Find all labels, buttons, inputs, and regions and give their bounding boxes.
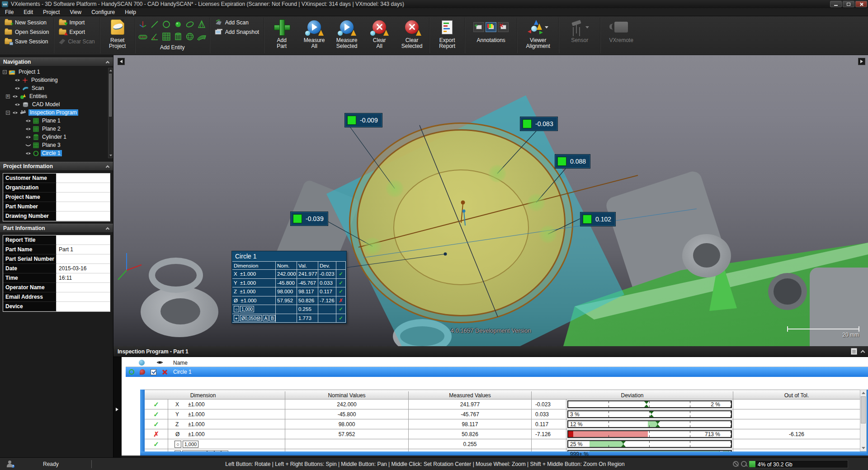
tree-item-circle-1[interactable]: Circle 1 [0, 149, 113, 157]
add-entity-cone-button[interactable] [196, 19, 208, 30]
project-information-header[interactable]: Project Information [0, 162, 113, 171]
tree-item-plane-2[interactable]: Plane 2 [0, 125, 113, 133]
tree-item-plane-3[interactable]: Plane 3 [0, 141, 113, 149]
add-entity-surface-button[interactable] [196, 31, 208, 42]
col-deviation[interactable]: Deviation [532, 391, 733, 399]
clear-all-button[interactable]: Clear All [363, 16, 396, 55]
add-scan-button[interactable]: Add Scan [213, 19, 261, 27]
deviation-annotation[interactable]: 0.088 [555, 154, 590, 169]
delete-entity-icon[interactable] [162, 369, 168, 375]
circle1-overlay-table[interactable]: Circle 1 Dimension Nom. Val. Dev. X ±1.0… [231, 251, 347, 324]
date-field[interactable]: 2015-03-16 [57, 264, 110, 273]
menu-help[interactable]: Help [120, 9, 141, 15]
expand-handle-icon[interactable] [116, 408, 118, 411]
col-out-of-tol[interactable]: Out of Tol. [733, 391, 860, 399]
visibility-eye-icon[interactable] [14, 86, 20, 90]
viewer-alignment-button[interactable]: Viewer Alignment [519, 16, 557, 55]
visibility-eye-icon[interactable] [25, 151, 31, 155]
customer-name-field[interactable] [57, 174, 110, 183]
menu-configure[interactable]: Configure [86, 9, 120, 15]
col-measured[interactable]: Measured Values [409, 391, 532, 399]
entity-row-circle-1[interactable]: Circle 1 [126, 367, 868, 377]
export-button[interactable]: Export [57, 28, 96, 36]
add-snapshot-button[interactable]: Add Snapshot [213, 28, 261, 36]
collapse-part-info-icon[interactable] [106, 227, 109, 231]
measure-all-button[interactable]: Measure All [298, 16, 330, 55]
project-name-field[interactable] [57, 193, 110, 202]
visibility-eye-icon[interactable] [12, 111, 18, 115]
tree-item-project-1[interactable]: - Project 1 [0, 68, 113, 76]
reset-project-button[interactable]: Reset Project [101, 16, 134, 55]
measurement-row-y[interactable]: ✓ Y±1.000 -45.800 -45.767 0.033 3 % [145, 409, 860, 419]
col-nominal[interactable]: Nominal Values [285, 391, 409, 399]
visibility-eye-icon[interactable] [14, 103, 20, 107]
part-serial-number-field[interactable] [57, 254, 110, 264]
visibility-eye-icon[interactable] [12, 94, 18, 99]
part-information-header[interactable]: Part Information [0, 224, 113, 233]
collapse-navigation-icon[interactable] [106, 61, 109, 65]
open-session-button[interactable]: Open Session [3, 28, 51, 36]
measurement-row-circularity[interactable]: ✓ ○1,000 0.255 25 % [145, 439, 860, 449]
magnifier-icon[interactable] [741, 461, 748, 468]
tree-item-inspection-program[interactable]: - Inspection Program [0, 108, 113, 117]
add-entity-circle-button[interactable] [161, 19, 172, 30]
collapse-left-panel-button[interactable] [118, 58, 125, 65]
expander-icon[interactable]: - [3, 70, 7, 74]
viewer-alignment-dropdown-icon[interactable] [545, 26, 548, 28]
tree-item-cad-model[interactable]: CAD Model [0, 100, 113, 108]
part-number-field[interactable] [57, 202, 110, 212]
part-name-field[interactable]: Part 1 [57, 245, 110, 254]
deviation-annotation[interactable]: 0.102 [580, 212, 616, 226]
add-entity-point-button[interactable] [173, 19, 184, 30]
report-title-field[interactable] [57, 235, 110, 245]
menu-edit[interactable]: Edit [19, 9, 38, 15]
device-field[interactable] [57, 302, 110, 311]
show-annotations-icon[interactable] [486, 22, 496, 32]
minimize-button[interactable] [830, 1, 842, 7]
maximize-button[interactable] [843, 1, 854, 7]
entity-checkbox[interactable] [151, 369, 156, 375]
tree-item-scan[interactable]: Scan [0, 84, 113, 92]
deviation-annotation[interactable]: -0.009 [344, 113, 382, 127]
close-button[interactable] [855, 1, 867, 7]
add-entity-cylinder-button[interactable] [173, 31, 184, 42]
add-part-button[interactable]: Add Part [265, 16, 298, 55]
email-address-field[interactable] [57, 292, 110, 302]
remove-annotation-icon[interactable]: ✕ [498, 22, 509, 32]
visibility-eye-icon[interactable] [14, 78, 20, 82]
add-entity-ellipse-button[interactable] [184, 19, 196, 30]
menu-file[interactable]: File [0, 9, 19, 15]
menu-project[interactable]: Project [38, 9, 65, 15]
bottom-panel-header[interactable]: Inspection Program - Part 1 [113, 346, 868, 357]
mute-icon[interactable] [733, 461, 739, 467]
tree-item-entities[interactable]: + Entities [0, 92, 113, 100]
collapse-right-panel-button[interactable] [858, 58, 865, 65]
expander-icon[interactable]: - [6, 111, 10, 115]
tree-item-cylinder-1[interactable]: Cylinder 1 [0, 133, 113, 141]
collapse-bottom-panel-icon[interactable] [861, 350, 865, 354]
import-button[interactable]: Import [57, 19, 96, 27]
add-entity-axis-button[interactable] [137, 19, 149, 30]
expander-icon[interactable]: + [6, 94, 10, 99]
deviation-annotation[interactable]: -0.083 [520, 117, 558, 131]
table-scrollbar[interactable] [860, 390, 867, 451]
add-entity-plane-button[interactable] [161, 31, 172, 42]
drawing-number-field[interactable] [57, 212, 110, 221]
collapse-project-info-icon[interactable] [106, 165, 109, 169]
add-entity-angle-button[interactable] [149, 31, 160, 42]
report-icon[interactable] [851, 348, 857, 355]
new-session-button[interactable]: + New Session [3, 19, 51, 27]
add-entity-slot-button[interactable] [137, 31, 149, 42]
col-dimension[interactable]: Dimension [121, 391, 285, 399]
annotations-button[interactable]: + ✕ Annotations [466, 16, 516, 55]
color-annotation-icon[interactable] [140, 369, 145, 375]
tree-item-plane-1[interactable]: Plane 1 [0, 117, 113, 125]
time-field[interactable]: 16:11 [57, 273, 110, 283]
navigation-header[interactable]: Navigation [0, 57, 113, 66]
operator-name-field[interactable] [57, 283, 110, 292]
visibility-eye-icon[interactable] [25, 119, 31, 123]
add-entity-line-button[interactable] [149, 19, 160, 30]
add-entity-sphere-button[interactable] [184, 31, 196, 42]
visibility-eye-icon[interactable] [25, 127, 31, 131]
menu-view[interactable]: View [65, 9, 86, 15]
